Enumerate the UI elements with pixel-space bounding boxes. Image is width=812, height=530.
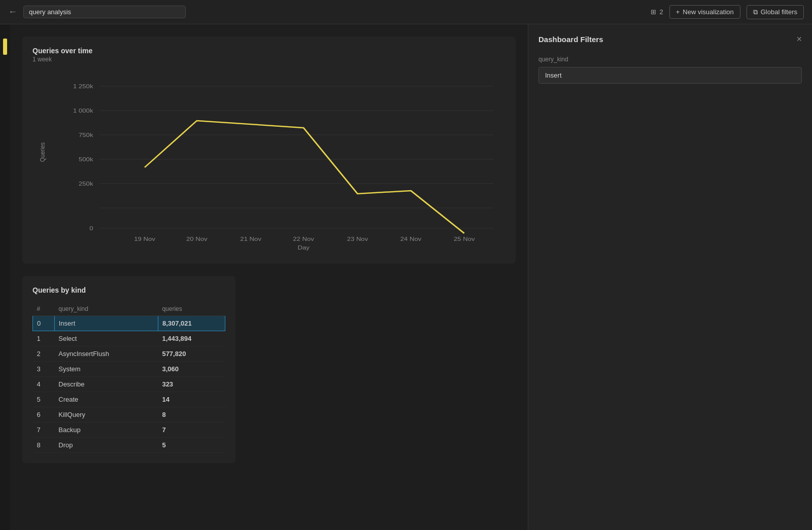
row-query-kind: Backup <box>54 422 158 438</box>
new-visualization-button[interactable]: + New visualization <box>669 5 740 19</box>
svg-text:1 250k: 1 250k <box>73 83 93 90</box>
main-layout: Queries over time 1 week 1 250k 1 000k 7… <box>0 24 812 530</box>
global-filters-button[interactable]: ⧉ Global filters <box>747 5 804 19</box>
content-area: Queries over time 1 week 1 250k 1 000k 7… <box>10 24 528 530</box>
svg-text:500k: 500k <box>79 156 94 163</box>
viz-count: ⊞ 2 <box>651 8 663 16</box>
table-row[interactable]: 4Describe323 <box>33 377 225 392</box>
filter-icon: ⧉ <box>753 8 758 16</box>
table-panel: Queries by kind # query_kind queries 0In… <box>22 276 235 463</box>
row-queries-count: 8,307,021 <box>158 316 225 331</box>
global-filters-label: Global filters <box>761 8 797 16</box>
svg-text:0: 0 <box>89 225 93 232</box>
row-query-kind: KillQuery <box>54 407 158 422</box>
table-row[interactable]: 2AsyncInsertFlush577,820 <box>33 346 225 362</box>
svg-text:23 Nov: 23 Nov <box>347 236 369 242</box>
row-number: 2 <box>33 346 55 362</box>
chart-container: 1 250k 1 000k 750k 500k 250k 0 Queries 1… <box>32 71 505 254</box>
row-queries-count: 14 <box>158 392 225 407</box>
row-queries-count: 1,443,894 <box>158 331 225 346</box>
row-queries-count: 8 <box>158 407 225 422</box>
table-row[interactable]: 8Drop5 <box>33 438 225 453</box>
row-query-kind: AsyncInsertFlush <box>54 346 158 362</box>
filters-title: Dashboard Filters <box>538 35 603 44</box>
table-row[interactable]: 1Select1,443,894 <box>33 331 225 346</box>
svg-text:20 Nov: 20 Nov <box>186 236 208 242</box>
table-row[interactable]: 3System3,060 <box>33 362 225 377</box>
svg-text:750k: 750k <box>79 132 94 138</box>
viz-count-value: 2 <box>659 8 663 16</box>
row-number: 4 <box>33 377 55 392</box>
viz-count-icon: ⊞ <box>651 8 656 16</box>
row-queries-count: 5 <box>158 438 225 453</box>
row-number: 3 <box>33 362 55 377</box>
svg-text:22 Nov: 22 Nov <box>293 236 315 242</box>
row-number: 6 <box>33 407 55 422</box>
row-query-kind: Describe <box>54 377 158 392</box>
filter-kind-label: query_kind <box>538 56 802 63</box>
svg-text:21 Nov: 21 Nov <box>240 236 262 242</box>
row-number: 0 <box>33 316 55 331</box>
dashboard-filters-panel: Dashboard Filters × query_kind Insert <box>528 24 812 530</box>
row-queries-count: 3,060 <box>158 362 225 377</box>
row-query-kind: Create <box>54 392 158 407</box>
table-row[interactable]: 5Create14 <box>33 392 225 407</box>
table-title: Queries by kind <box>32 286 225 294</box>
row-query-kind: Drop <box>54 438 158 453</box>
row-number: 8 <box>33 438 55 453</box>
chart-panel: Queries over time 1 week 1 250k 1 000k 7… <box>22 37 516 264</box>
row-number: 1 <box>33 331 55 346</box>
svg-text:Queries: Queries <box>39 143 46 162</box>
app-header: ← ⊞ 2 + New visualization ⧉ Global filte… <box>0 0 812 24</box>
back-button[interactable]: ← <box>8 7 17 17</box>
left-sidebar <box>0 24 10 530</box>
filters-header: Dashboard Filters × <box>538 34 802 44</box>
svg-text:19 Nov: 19 Nov <box>134 236 156 242</box>
chart-subtitle: 1 week <box>32 56 505 63</box>
row-queries-count: 577,820 <box>158 346 225 362</box>
dashboard-title-input[interactable] <box>23 6 186 18</box>
svg-text:1 000k: 1 000k <box>73 108 93 114</box>
close-filters-button[interactable]: × <box>796 34 802 44</box>
row-queries-count: 7 <box>158 422 225 438</box>
row-queries-count: 323 <box>158 377 225 392</box>
row-query-kind: Select <box>54 331 158 346</box>
new-viz-label: New visualization <box>683 8 733 16</box>
chart-title: Queries over time <box>32 47 505 55</box>
col-queries: queries <box>158 302 225 316</box>
sidebar-indicator <box>3 39 7 55</box>
row-query-kind: Insert <box>54 316 158 331</box>
plus-icon: + <box>676 8 680 16</box>
svg-text:Day: Day <box>297 244 310 251</box>
table-row[interactable]: 6KillQuery8 <box>33 407 225 422</box>
svg-text:25 Nov: 25 Nov <box>454 236 476 242</box>
filter-kind-value[interactable]: Insert <box>538 67 802 84</box>
table-row[interactable]: 0Insert8,307,021 <box>33 316 225 331</box>
svg-text:24 Nov: 24 Nov <box>400 236 422 242</box>
chart-svg: 1 250k 1 000k 750k 500k 250k 0 Queries 1… <box>32 71 505 254</box>
header-actions: ⊞ 2 + New visualization ⧉ Global filters <box>651 5 804 19</box>
row-number: 7 <box>33 422 55 438</box>
col-num: # <box>33 302 55 316</box>
svg-text:250k: 250k <box>79 181 94 187</box>
table-row[interactable]: 7Backup7 <box>33 422 225 438</box>
queries-table: # query_kind queries 0Insert8,307,0211Se… <box>32 302 225 453</box>
col-query-kind: query_kind <box>54 302 158 316</box>
row-query-kind: System <box>54 362 158 377</box>
row-number: 5 <box>33 392 55 407</box>
